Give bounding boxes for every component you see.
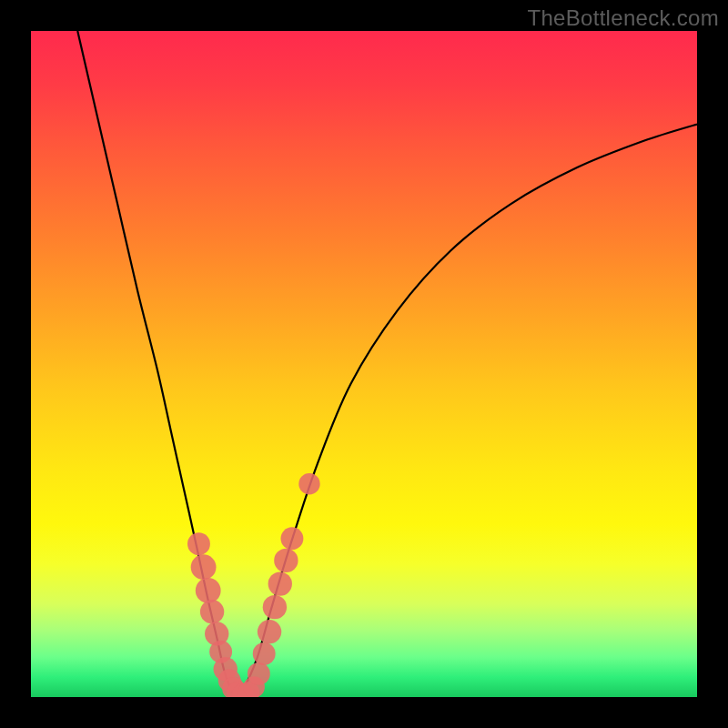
plot-area <box>31 31 697 697</box>
curve-group <box>77 31 697 695</box>
curve-path <box>234 124 697 694</box>
data-marker <box>274 549 298 572</box>
chart-frame: TheBottleneck.com <box>0 0 728 728</box>
chart-svg <box>31 31 697 697</box>
data-marker <box>281 527 304 550</box>
data-marker <box>258 620 281 643</box>
watermark-text: TheBottleneck.com <box>527 5 719 31</box>
data-marker <box>263 595 287 619</box>
data-marker <box>196 578 221 603</box>
data-marker <box>268 571 292 595</box>
data-marker <box>191 554 217 580</box>
data-marker <box>253 642 276 665</box>
data-marker <box>298 473 319 494</box>
data-marker <box>248 662 270 685</box>
data-marker <box>187 532 210 555</box>
data-marker <box>200 600 224 623</box>
marker-group <box>187 473 320 697</box>
